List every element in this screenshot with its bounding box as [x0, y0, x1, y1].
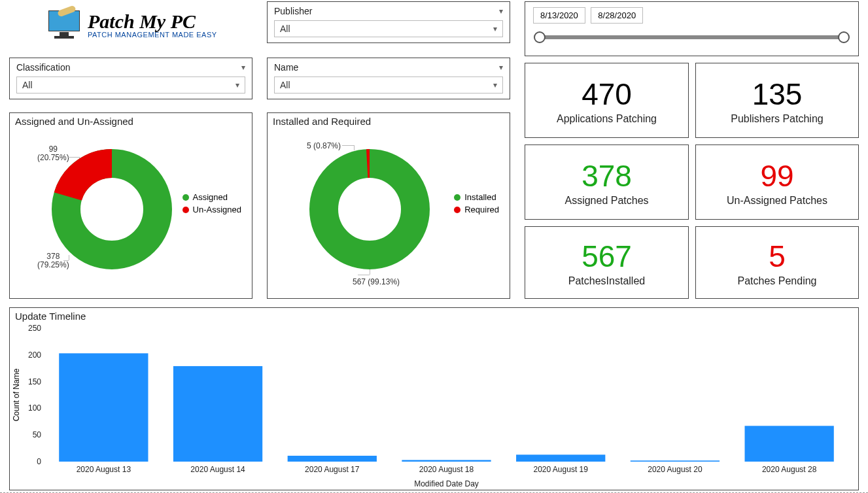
date-slider-track[interactable] [540, 35, 844, 39]
donut-svg-assigned [46, 144, 177, 275]
kpi-value: 135 [752, 76, 803, 112]
kpi-value: 470 [582, 76, 632, 112]
date-slider-handle-start[interactable] [534, 31, 546, 43]
kpi-value: 99 [760, 158, 793, 194]
donut-svg-installed [304, 144, 435, 275]
date-end-input[interactable]: 8/28/2020 [591, 7, 643, 24]
svg-text:2020 August 18: 2020 August 18 [419, 465, 474, 474]
legend-item[interactable]: Un-Assigned [182, 205, 241, 214]
svg-rect-14 [402, 460, 491, 462]
svg-text:2020 August 19: 2020 August 19 [534, 465, 589, 474]
chevron-down-icon: ▾ [493, 24, 497, 33]
kpi-label: Assigned Patches [564, 195, 648, 207]
kpi-label: PatchesInstalled [568, 275, 645, 287]
chart-assigned-unassigned[interactable]: Assigned and Un-Assigned 99 (20.75%) 378… [9, 112, 252, 299]
svg-text:200: 200 [28, 350, 41, 360]
kpi-value: 567 [582, 239, 632, 274]
legend-dot-icon [454, 207, 460, 213]
filter-classification-select[interactable]: All ▾ [16, 76, 245, 94]
filter-publisher-label: Publisher [274, 6, 312, 16]
filter-classification-value: All [22, 80, 33, 90]
filter-name: Name ▾ All ▾ [267, 58, 510, 99]
filter-classification: Classification ▾ All ▾ [9, 58, 252, 99]
kpi-label: Publishers Patching [731, 113, 823, 125]
logo-icon [46, 8, 84, 42]
leader-line [358, 275, 370, 275]
chart-legend: Installed Required [454, 192, 499, 217]
donut-label-installed: 567 (99.13%) [353, 277, 400, 286]
chart-title: Update Timeline [10, 308, 858, 324]
kpi-patches-installed[interactable]: 567 PatchesInstalled [525, 226, 689, 299]
kpi-value: 378 [582, 158, 632, 194]
kpi-label: Patches Pending [738, 275, 817, 287]
filter-name-label: Name [274, 62, 298, 73]
svg-text:100: 100 [28, 403, 41, 413]
svg-text:0: 0 [37, 457, 41, 466]
filter-name-select[interactable]: All ▾ [274, 76, 503, 94]
kpi-assigned-patches[interactable]: 378 Assigned Patches [525, 144, 689, 220]
kpi-publishers-patching[interactable]: 135 Publishers Patching [695, 63, 859, 138]
svg-text:2020 August 14: 2020 August 14 [190, 465, 245, 474]
kpi-label: Un-Assigned Patches [727, 195, 827, 207]
filter-name-value: All [280, 80, 290, 90]
kpi-patches-pending[interactable]: 5 Patches Pending [695, 226, 859, 299]
svg-text:2020 August 17: 2020 August 17 [305, 465, 360, 474]
filter-classification-label: Classification [16, 62, 70, 73]
logo-sub-text: PATCH MANAGEMENT MADE EASY [88, 31, 217, 39]
svg-text:150: 150 [28, 377, 41, 386]
filter-publisher: Publisher ▾ All ▾ [267, 1, 510, 43]
svg-text:2020 August 20: 2020 August 20 [648, 465, 703, 474]
date-slider-handle-end[interactable] [838, 31, 850, 43]
chevron-down-icon[interactable]: ▾ [499, 7, 503, 16]
legend-label: Un-Assigned [193, 205, 241, 214]
chart-title: Assigned and Un-Assigned [10, 113, 252, 129]
svg-rect-12 [288, 456, 377, 462]
svg-text:2020 August 28: 2020 August 28 [762, 465, 817, 474]
legend-dot-icon [182, 194, 189, 201]
legend-label: Installed [464, 192, 496, 202]
legend-label: Required [464, 205, 499, 214]
filter-publisher-select[interactable]: All ▾ [274, 20, 503, 37]
svg-text:50: 50 [33, 430, 42, 439]
date-start-input[interactable]: 8/13/2020 [533, 7, 585, 24]
kpi-value: 5 [769, 239, 786, 274]
chart-legend: Assigned Un-Assigned [182, 192, 241, 217]
svg-text:2020 August 13: 2020 August 13 [77, 465, 131, 474]
legend-dot-icon [454, 194, 460, 201]
svg-text:Modified Date Day: Modified Date Day [414, 479, 479, 488]
svg-text:250: 250 [28, 324, 41, 333]
legend-dot-icon [182, 207, 189, 213]
kpi-label: Applications Patching [557, 113, 657, 125]
legend-item[interactable]: Assigned [182, 192, 241, 202]
chevron-down-icon[interactable]: ▾ [499, 63, 503, 72]
chevron-down-icon: ▾ [493, 80, 497, 90]
date-range-card: 8/13/2020 8/28/2020 [525, 1, 859, 56]
kpi-applications-patching[interactable]: 470 Applications Patching [525, 63, 689, 138]
svg-rect-20 [745, 426, 834, 462]
legend-item[interactable]: Required [454, 205, 499, 214]
logo: Patch My PC PATCH MANAGEMENT MADE EASY [46, 8, 217, 42]
legend-item[interactable]: Installed [454, 192, 499, 202]
legend-label: Assigned [193, 192, 228, 202]
svg-point-1 [324, 163, 415, 255]
chart-installed-required[interactable]: Installed and Required 5 (0.87%) 567 (99… [267, 112, 510, 299]
bar-chart-svg: 0501001502002502020 August 132020 August… [10, 324, 859, 489]
chevron-down-icon: ▾ [235, 80, 239, 90]
svg-text:Count of Name: Count of Name [12, 368, 21, 421]
chart-title: Installed and Required [268, 113, 510, 129]
chevron-down-icon[interactable]: ▾ [241, 63, 245, 72]
svg-rect-18 [631, 460, 720, 462]
kpi-unassigned-patches[interactable]: 99 Un-Assigned Patches [695, 144, 859, 220]
logo-main-text: Patch My PC [88, 12, 217, 31]
filter-publisher-value: All [280, 24, 290, 34]
chart-update-timeline[interactable]: Update Timeline 0501001502002502020 Augu… [9, 307, 859, 490]
svg-rect-8 [59, 353, 148, 462]
svg-rect-16 [516, 454, 605, 462]
svg-rect-10 [173, 366, 262, 462]
